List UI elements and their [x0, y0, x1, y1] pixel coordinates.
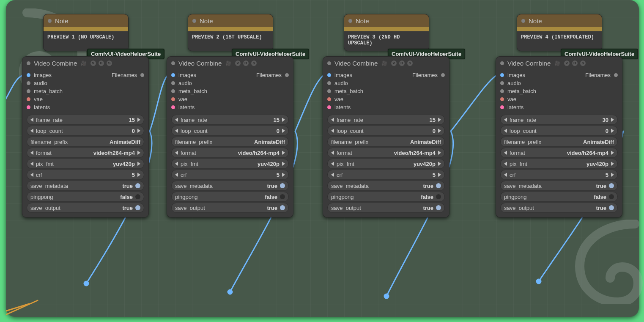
collapse-dot-icon[interactable]: [348, 19, 352, 23]
widget-loop-count[interactable]: loop_count 0: [171, 126, 289, 136]
port-dot-icon[interactable]: [500, 89, 504, 93]
video-combine-node[interactable]: Video Combine 🎥 V H S images audio meta_…: [167, 56, 293, 217]
chevron-right-icon[interactable]: [611, 162, 614, 166]
port-dot-icon[interactable]: [614, 73, 618, 77]
input-port-meta_batch[interactable]: meta_batch: [27, 87, 102, 95]
widget-pingpong[interactable]: pingpong false: [171, 192, 289, 202]
chevron-right-icon[interactable]: [282, 151, 285, 155]
note-node[interactable]: Note PREVIEW 3 (2ND HD UPSCALE): [344, 14, 429, 51]
widget-format[interactable]: format video/h264-mp4: [500, 148, 618, 158]
input-port-meta_batch[interactable]: meta_batch: [500, 87, 575, 95]
widget-save-metadata[interactable]: save_metadata true: [500, 181, 618, 191]
chevron-right-icon[interactable]: [282, 118, 285, 122]
widget-loop-count[interactable]: loop_count 0: [327, 126, 445, 136]
note-header[interactable]: Note: [188, 14, 273, 27]
collapse-dot-icon[interactable]: [171, 61, 175, 65]
chevron-left-icon[interactable]: [175, 173, 178, 177]
chevron-left-icon[interactable]: [30, 162, 33, 166]
note-body[interactable]: PREVIEW 3 (2ND HD UPSCALE): [344, 31, 429, 51]
port-dot-icon[interactable]: [27, 89, 30, 93]
input-port-meta_batch[interactable]: meta_batch: [171, 87, 247, 95]
input-port-audio[interactable]: audio: [327, 79, 403, 87]
note-node[interactable]: Note PREVIEW 1 (NO UPSCALE): [43, 14, 129, 51]
input-port-latents[interactable]: latents: [171, 103, 247, 111]
port-dot-icon[interactable]: [27, 97, 30, 101]
chevron-left-icon[interactable]: [331, 162, 334, 166]
port-dot-icon[interactable]: [500, 97, 504, 101]
output-port-filenames[interactable]: Filenames: [575, 71, 618, 79]
collapse-dot-icon[interactable]: [192, 19, 196, 23]
widget-save-output[interactable]: save_output true: [27, 203, 144, 213]
toggle-icon[interactable]: [280, 183, 285, 188]
widget-frame-rate[interactable]: frame_rate 15: [171, 115, 289, 125]
port-dot-icon[interactable]: [327, 97, 331, 101]
note-node[interactable]: Note PREVIEW 4 (INTERPOLATED): [517, 14, 602, 51]
chevron-left-icon[interactable]: [175, 129, 178, 133]
toggle-icon[interactable]: [135, 194, 140, 199]
chevron-left-icon[interactable]: [30, 151, 33, 155]
widget-format[interactable]: format video/h264-mp4: [327, 148, 445, 158]
toggle-icon[interactable]: [609, 183, 614, 188]
input-port-audio[interactable]: audio: [27, 79, 102, 87]
widget-pix-fmt[interactable]: pix_fmt yuv420p: [27, 159, 144, 169]
collapse-dot-icon[interactable]: [27, 61, 30, 65]
chevron-right-icon[interactable]: [611, 151, 614, 155]
chevron-left-icon[interactable]: [331, 118, 334, 122]
chevron-right-icon[interactable]: [137, 129, 140, 133]
widget-loop-count[interactable]: loop_count 0: [500, 126, 618, 136]
port-dot-icon[interactable]: [171, 97, 175, 101]
widget-pingpong[interactable]: pingpong false: [27, 192, 144, 202]
input-port-images[interactable]: images: [27, 71, 102, 79]
port-dot-icon[interactable]: [27, 73, 30, 77]
chevron-left-icon[interactable]: [30, 129, 33, 133]
widget-frame-rate[interactable]: frame_rate 30: [500, 115, 618, 125]
widget-crf[interactable]: crf 5: [27, 170, 144, 180]
widget-save-metadata[interactable]: save_metadata true: [171, 181, 289, 191]
widget-crf[interactable]: crf 5: [500, 170, 618, 180]
video-combine-node[interactable]: Video Combine 🎥 V H S images audio meta_…: [496, 56, 622, 217]
output-port-filenames[interactable]: Filenames: [403, 71, 445, 79]
toggle-icon[interactable]: [280, 194, 285, 199]
port-dot-icon[interactable]: [327, 89, 331, 93]
input-port-audio[interactable]: audio: [171, 79, 247, 87]
port-dot-icon[interactable]: [500, 81, 504, 85]
widget-save-output[interactable]: save_output true: [327, 203, 445, 213]
toggle-icon[interactable]: [280, 205, 285, 210]
widget-frame-rate[interactable]: frame_rate 15: [27, 115, 144, 125]
widget-crf[interactable]: crf 5: [171, 170, 289, 180]
chevron-left-icon[interactable]: [504, 129, 507, 133]
port-dot-icon[interactable]: [27, 81, 30, 85]
chevron-right-icon[interactable]: [438, 118, 441, 122]
toggle-icon[interactable]: [436, 194, 441, 199]
chevron-right-icon[interactable]: [611, 118, 614, 122]
chevron-right-icon[interactable]: [282, 162, 285, 166]
note-body[interactable]: PREVIEW 1 (NO UPSCALE): [44, 31, 128, 51]
port-dot-icon[interactable]: [171, 89, 175, 93]
chevron-left-icon[interactable]: [175, 151, 178, 155]
chevron-left-icon[interactable]: [175, 162, 178, 166]
widget-pix-fmt[interactable]: pix_fmt yuv420p: [500, 159, 618, 169]
chevron-left-icon[interactable]: [504, 118, 507, 122]
input-port-vae[interactable]: vae: [327, 95, 403, 103]
widget-format[interactable]: format video/h264-mp4: [27, 148, 144, 158]
chevron-right-icon[interactable]: [137, 118, 140, 122]
chevron-right-icon[interactable]: [611, 129, 614, 133]
note-node[interactable]: Note PREVIEW 2 (1ST UPSCALE): [188, 14, 273, 51]
toggle-icon[interactable]: [436, 205, 441, 210]
input-port-images[interactable]: images: [171, 71, 247, 79]
widget-save-metadata[interactable]: save_metadata true: [27, 181, 144, 191]
chevron-left-icon[interactable]: [504, 173, 507, 177]
widget-filename-prefix[interactable]: filename_prefix AnimateDiff: [500, 137, 618, 147]
widget-pingpong[interactable]: pingpong false: [500, 192, 618, 202]
output-port-filenames[interactable]: Filenames: [102, 71, 144, 79]
toggle-icon[interactable]: [135, 205, 140, 210]
node-header[interactable]: Video Combine 🎥 V H S: [22, 57, 148, 69]
widget-save-metadata[interactable]: save_metadata true: [327, 181, 445, 191]
chevron-right-icon[interactable]: [438, 162, 441, 166]
port-dot-icon[interactable]: [140, 73, 144, 77]
collapse-dot-icon[interactable]: [521, 19, 525, 23]
chevron-right-icon[interactable]: [438, 151, 441, 155]
chevron-left-icon[interactable]: [331, 129, 334, 133]
widget-pingpong[interactable]: pingpong false: [327, 192, 445, 202]
widget-filename-prefix[interactable]: filename_prefix AnimateDiff: [171, 137, 289, 147]
